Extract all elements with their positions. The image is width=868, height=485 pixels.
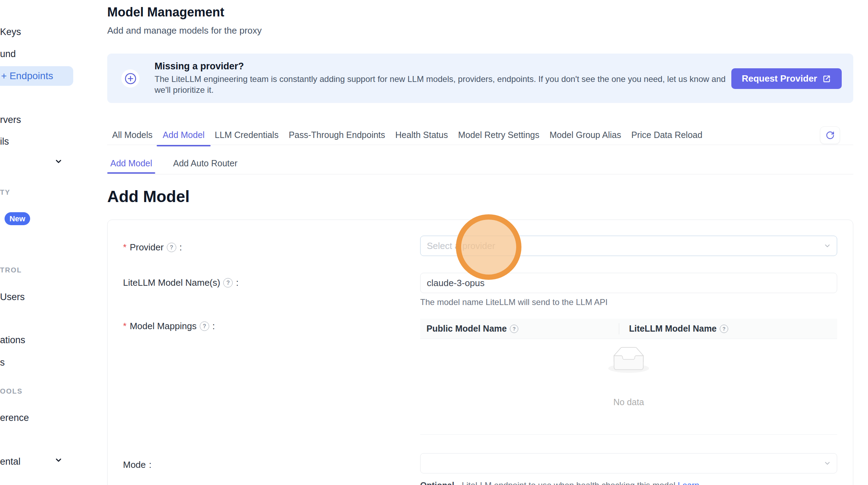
required-mark: * <box>123 321 127 332</box>
chevron-down-icon[interactable] <box>54 157 63 166</box>
mode-helper-text: - LiteLLM endpoint to use when health ch… <box>454 480 678 485</box>
provider-label: * Provider ? : <box>123 242 182 253</box>
mode-label: Mode : <box>123 459 151 470</box>
column-divider <box>619 323 619 334</box>
chevron-down-icon <box>823 459 831 467</box>
learn-link[interactable]: Learn <box>678 480 699 485</box>
label-colon: : <box>212 321 215 332</box>
mode-helper: Optional - LiteLLM endpoint to use when … <box>420 480 699 485</box>
chevron-down-icon[interactable] <box>54 456 63 464</box>
column-header-text: LiteLLM Model Name <box>629 324 717 334</box>
tab-pass-through-endpoints[interactable]: Pass-Through Endpoints <box>289 130 385 145</box>
mode-helper-bold: Optional <box>420 480 454 485</box>
subtabs-separator <box>107 174 853 174</box>
help-icon[interactable]: ? <box>200 321 209 331</box>
tab-model-group-alias[interactable]: Model Group Alias <box>549 130 621 145</box>
sidebar-item-playground[interactable]: und <box>0 49 16 60</box>
mode-label-text: Mode <box>123 459 146 470</box>
banner-title: Missing a provider? <box>155 61 244 72</box>
sidebar-item-teams[interactable]: s <box>0 357 5 368</box>
sidebar-item-users[interactable]: Users <box>0 292 25 303</box>
refresh-button[interactable] <box>820 126 840 144</box>
click-highlight-indicator <box>456 214 521 280</box>
help-icon[interactable]: ? <box>510 325 518 333</box>
request-provider-label: Request Provider <box>742 73 817 84</box>
subtab-add-auto-router[interactable]: Add Auto Router <box>173 158 237 168</box>
table-empty-state: No data <box>420 339 837 435</box>
sidebar-section-tools: OOLS <box>0 387 23 395</box>
column-header-litellm-model-name: LiteLLM Model Name ? <box>621 324 728 334</box>
tab-llm-credentials[interactable]: LLM Credentials <box>215 130 279 145</box>
plus-circle-icon <box>121 69 139 88</box>
model-name-label: LiteLLM Model Name(s) ? : <box>123 277 239 288</box>
model-tabs: All Models Add Model LLM Credentials Pas… <box>112 130 702 145</box>
tab-add-model[interactable]: Add Model <box>163 130 205 145</box>
label-colon: : <box>179 242 182 253</box>
page-title: Model Management <box>107 5 224 20</box>
sidebar-item-label: + Endpoints <box>1 70 53 82</box>
table-header-row: Public Model Name ? LiteLLM Model Name ? <box>420 319 837 339</box>
banner-body: The LiteLLM engineering team is constant… <box>155 74 736 95</box>
form-heading: Add Model <box>107 187 190 206</box>
column-header-public-model-name: Public Model Name ? <box>420 324 621 334</box>
chevron-down-icon <box>823 242 831 250</box>
sidebar-item-experimental[interactable]: ental <box>0 456 21 467</box>
subtab-add-model[interactable]: Add Model <box>107 158 155 168</box>
help-icon[interactable]: ? <box>167 243 176 252</box>
tab-health-status[interactable]: Health Status <box>395 130 448 145</box>
model-mappings-label: * Model Mappings ? : <box>123 321 215 332</box>
sidebar-item-models-endpoints[interactable]: + Endpoints <box>0 66 73 86</box>
external-link-icon <box>822 74 831 83</box>
tab-price-data-reload[interactable]: Price Data Reload <box>631 130 702 145</box>
tab-all-models[interactable]: All Models <box>112 130 152 145</box>
tabs-separator <box>107 145 853 145</box>
sidebar-item-servers[interactable]: rvers <box>0 115 21 125</box>
refresh-icon <box>825 131 835 140</box>
sidebar-section-access-control: TROL <box>0 266 22 274</box>
model-mappings-label-text: Model Mappings <box>130 321 197 332</box>
mode-select[interactable] <box>420 453 837 473</box>
sidebar-section-observability: TY <box>0 188 11 196</box>
model-name-helper: The model name LiteLLM will send to the … <box>420 297 608 307</box>
empty-inbox-icon <box>608 347 649 373</box>
help-icon[interactable]: ? <box>223 278 233 287</box>
no-data-text: No data <box>420 397 837 407</box>
required-mark: * <box>123 242 127 253</box>
sidebar-item-organizations[interactable]: ations <box>0 335 25 346</box>
model-name-label-text: LiteLLM Model Name(s) <box>123 277 220 288</box>
request-provider-button[interactable]: Request Provider <box>731 68 842 89</box>
missing-provider-banner: Missing a provider? The LiteLLM engineer… <box>107 54 853 103</box>
model-name-value: claude-3-opus <box>427 278 485 289</box>
tab-model-retry-settings[interactable]: Model Retry Settings <box>458 130 539 145</box>
model-mappings-table: Public Model Name ? LiteLLM Model Name ? <box>420 319 837 435</box>
sidebar-item-guardrails[interactable]: ils <box>0 136 9 147</box>
new-badge: New <box>5 212 30 225</box>
help-icon[interactable]: ? <box>720 325 728 333</box>
provider-label-text: Provider <box>130 242 164 253</box>
subtab-active-underline <box>107 172 155 174</box>
sidebar-item-reference[interactable]: erence <box>0 413 29 423</box>
sidebar-item-keys[interactable]: Keys <box>0 27 21 37</box>
label-colon: : <box>149 459 151 470</box>
page-subtitle: Add and manage models for the proxy <box>107 25 262 36</box>
column-header-text: Public Model Name <box>426 324 507 334</box>
add-model-form-card: * Provider ? : Select a provider LiteLLM… <box>107 220 853 485</box>
label-colon: : <box>236 277 238 288</box>
